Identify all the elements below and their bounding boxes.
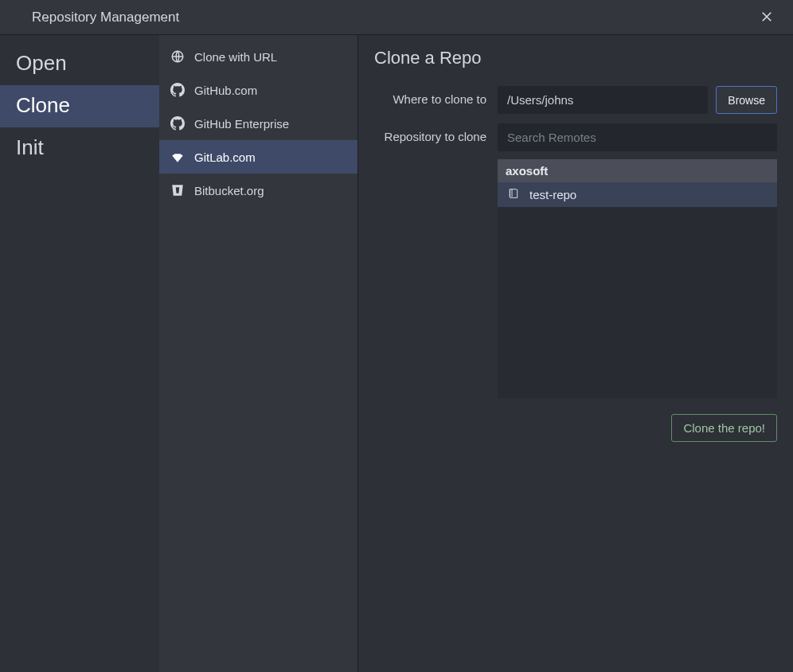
- bitbucket-icon: [170, 183, 185, 197]
- globe-icon: [170, 49, 185, 64]
- repo-to-clone-row: Repository to clone axosoft test-repo: [374, 123, 777, 398]
- remote-list[interactable]: axosoft test-repo: [498, 159, 777, 398]
- where-to-clone-row: Where to clone to Browse: [374, 86, 777, 114]
- window-title: Repository Management: [32, 10, 179, 25]
- provider-list: Clone with URL GitHub.com GitHub Enterpr…: [159, 35, 358, 672]
- main-panel: Clone a Repo Where to clone to Browse Re…: [358, 35, 793, 672]
- close-button[interactable]: [756, 7, 777, 28]
- book-icon: [507, 187, 520, 202]
- columns: Open Clone Init Clone with URL GitHub.co…: [0, 35, 793, 672]
- provider-github[interactable]: GitHub.com: [159, 73, 357, 107]
- clone-repo-button[interactable]: Clone the repo!: [671, 414, 777, 442]
- provider-gitlab[interactable]: GitLab.com: [159, 140, 357, 174]
- left-tab-open[interactable]: Open: [0, 43, 159, 85]
- where-to-clone-label: Where to clone to: [374, 86, 498, 106]
- provider-clone-url[interactable]: Clone with URL: [159, 40, 357, 73]
- left-tab-label: Clone: [16, 93, 70, 117]
- left-tab-clone[interactable]: Clone: [0, 85, 159, 127]
- provider-label: Clone with URL: [194, 50, 277, 64]
- repo-to-clone-label: Repository to clone: [374, 123, 498, 143]
- titlebar: Repository Management: [0, 0, 793, 35]
- remote-panel: axosoft test-repo: [498, 123, 777, 398]
- github-icon: [170, 116, 185, 131]
- remote-item[interactable]: test-repo: [498, 182, 777, 207]
- left-tabs: Open Clone Init: [0, 35, 159, 672]
- provider-label: GitHub.com: [194, 84, 257, 97]
- provider-label: GitLab.com: [194, 150, 256, 164]
- close-icon: [761, 10, 772, 25]
- where-to-clone-input[interactable]: [498, 86, 708, 114]
- provider-github-enterprise[interactable]: GitHub Enterprise: [159, 107, 357, 140]
- main-heading: Clone a Repo: [374, 48, 777, 68]
- left-tab-label: Init: [16, 135, 44, 159]
- left-tab-init[interactable]: Init: [0, 127, 159, 170]
- where-to-clone-control: Browse: [498, 86, 777, 114]
- remote-item-label: test-repo: [529, 188, 576, 201]
- search-remotes-input[interactable]: [498, 123, 777, 151]
- remote-group-header: axosoft: [498, 159, 777, 182]
- submit-row: Clone the repo!: [374, 414, 777, 442]
- provider-label: GitHub Enterprise: [194, 117, 289, 131]
- browse-button[interactable]: Browse: [716, 86, 777, 114]
- github-icon: [170, 83, 185, 97]
- left-tab-label: Open: [16, 51, 67, 75]
- gitlab-icon: [170, 150, 185, 164]
- provider-label: Bitbucket.org: [194, 184, 264, 197]
- provider-bitbucket[interactable]: Bitbucket.org: [159, 174, 357, 207]
